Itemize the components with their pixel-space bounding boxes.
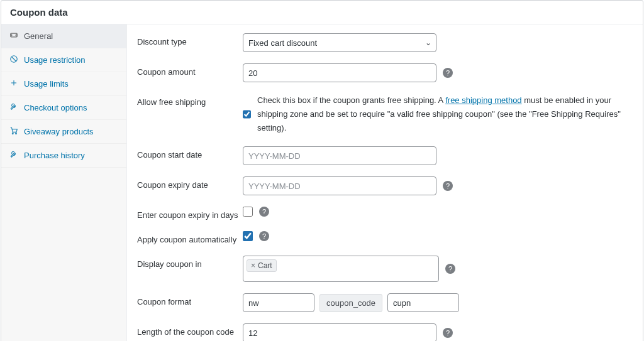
help-icon[interactable]: ?	[443, 181, 453, 191]
sidebar-item-label: Giveaway products	[24, 127, 94, 136]
panel-header: Coupon data	[1, 1, 643, 24]
svg-point-5	[16, 133, 17, 134]
row-coupon-format: Coupon format coupon_code	[137, 293, 633, 312]
sidebar-item-usage-limits[interactable]: Usage limits	[1, 72, 126, 96]
label-auto-apply: Apply coupon automatically	[137, 231, 243, 244]
input-format-prefix[interactable]	[243, 293, 314, 312]
row-expiry-date: Coupon expiry date ?	[137, 176, 633, 195]
sidebar-item-giveaway-products[interactable]: Giveaway products	[1, 120, 126, 144]
sidebar-item-purchase-history[interactable]: Purchase history	[1, 144, 126, 168]
row-start-date: Coupon start date	[137, 146, 633, 165]
sidebar-item-general[interactable]: General	[1, 24, 126, 48]
checkbox-free-shipping[interactable]	[243, 109, 251, 119]
page-title: Coupon data	[10, 7, 634, 18]
wrench-icon	[9, 102, 19, 113]
plus-icon	[9, 78, 19, 89]
help-icon[interactable]: ?	[259, 207, 269, 217]
svg-line-1	[12, 57, 16, 62]
wrench-icon	[9, 150, 19, 161]
input-start-date[interactable]	[243, 146, 436, 165]
cart-icon	[9, 126, 19, 137]
sidebar-item-usage-restriction[interactable]: Usage restriction	[1, 48, 126, 72]
ticket-icon	[9, 31, 19, 41]
label-coupon-amount: Coupon amount	[137, 63, 243, 77]
checkbox-auto-apply[interactable]	[243, 231, 253, 241]
row-coupon-amount: Coupon amount ?	[137, 63, 633, 82]
sidebar-item-label: Purchase history	[24, 151, 85, 160]
row-discount-type: Discount type Fixed cart discount ⌄	[137, 33, 633, 52]
input-format-suffix[interactable]	[387, 293, 459, 312]
label-expiry-date: Coupon expiry date	[137, 176, 243, 190]
row-auto-apply: Apply coupon automatically ?	[137, 231, 633, 244]
label-free-shipping: Allow free shipping	[137, 94, 243, 107]
label-start-date: Coupon start date	[137, 146, 243, 160]
input-coupon-amount[interactable]	[243, 63, 436, 82]
tagbox-display-in[interactable]: ×Cart	[243, 256, 439, 282]
checkbox-expiry-days[interactable]	[243, 207, 253, 217]
input-expiry-date[interactable]	[243, 176, 436, 195]
help-icon[interactable]: ?	[443, 328, 453, 338]
sidebar-item-label: General	[24, 31, 53, 41]
panel-body: General Usage restriction Usage limits C…	[1, 24, 643, 341]
label-discount-type: Discount type	[137, 33, 243, 46]
label-coupon-format: Coupon format	[137, 293, 243, 306]
row-length: Length of the coupon code ?	[137, 323, 633, 341]
desc-free-shipping: Check this box if the coupon grants free…	[257, 94, 633, 135]
help-icon[interactable]: ?	[259, 231, 269, 241]
sidebar: General Usage restriction Usage limits C…	[1, 24, 127, 341]
input-length[interactable]	[243, 323, 436, 341]
coupon-data-panel: Coupon data General Usage restriction Us…	[1, 0, 643, 341]
sidebar-item-label: Usage limits	[24, 79, 69, 89]
sidebar-item-label: Checkout options	[24, 103, 87, 112]
row-display-in: Display coupon in ×Cart ?	[137, 256, 633, 282]
label-length: Length of the coupon code	[137, 323, 243, 337]
svg-point-4	[12, 133, 13, 134]
sidebar-item-checkout-options[interactable]: Checkout options	[1, 96, 126, 120]
label-display-in: Display coupon in	[137, 256, 243, 269]
close-icon[interactable]: ×	[251, 261, 255, 270]
row-free-shipping: Allow free shipping Check this box if th…	[137, 94, 633, 135]
chip-coupon-code: coupon_code	[319, 294, 382, 312]
block-icon	[9, 55, 19, 65]
row-expiry-days: Enter coupon expiry in days ?	[137, 207, 633, 220]
help-icon[interactable]: ?	[443, 68, 453, 78]
help-icon[interactable]: ?	[445, 264, 455, 274]
select-discount-type[interactable]: Fixed cart discount	[243, 33, 436, 52]
sidebar-item-label: Usage restriction	[24, 55, 86, 65]
tag-cart: ×Cart	[247, 259, 277, 272]
link-free-shipping-method[interactable]: free shipping method	[445, 95, 521, 105]
main-form: Discount type Fixed cart discount ⌄ Coup…	[127, 24, 643, 341]
label-expiry-days: Enter coupon expiry in days	[137, 207, 243, 220]
